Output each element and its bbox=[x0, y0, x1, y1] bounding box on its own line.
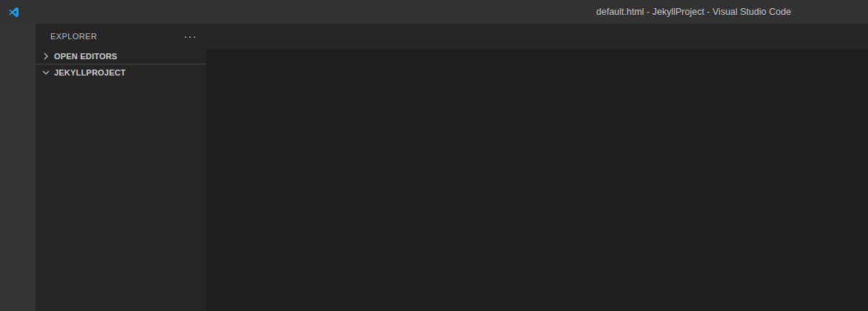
project-section[interactable]: JEKYLLPROJECT bbox=[36, 64, 206, 81]
activity-bar bbox=[0, 24, 36, 311]
workbench: EXPLORER ··· OPEN EDITORS JEKYLLPROJECT bbox=[0, 24, 868, 311]
titlebar: default.html - JekyllProject - Visual St… bbox=[0, 0, 868, 24]
editor-area bbox=[206, 24, 868, 311]
sidebar-header: EXPLORER ··· bbox=[36, 24, 206, 48]
open-editors-section[interactable]: OPEN EDITORS bbox=[36, 48, 206, 64]
tab-bar bbox=[206, 24, 868, 50]
chevron-right-icon bbox=[40, 50, 52, 62]
window-title: default.html - JekyllProject - Visual St… bbox=[596, 0, 791, 24]
open-editors-label: OPEN EDITORS bbox=[54, 52, 117, 61]
more-actions-icon[interactable]: ··· bbox=[184, 30, 197, 42]
project-label: JEKYLLPROJECT bbox=[54, 68, 126, 77]
breadcrumb bbox=[206, 50, 868, 66]
code-editor[interactable] bbox=[206, 66, 868, 311]
sidebar-title: EXPLORER bbox=[50, 32, 184, 41]
vscode-logo-icon bbox=[7, 6, 20, 19]
vscode-window: default.html - JekyllProject - Visual St… bbox=[0, 0, 868, 311]
explorer-sidebar: EXPLORER ··· OPEN EDITORS JEKYLLPROJECT bbox=[36, 24, 206, 311]
chevron-down-icon bbox=[40, 67, 52, 78]
